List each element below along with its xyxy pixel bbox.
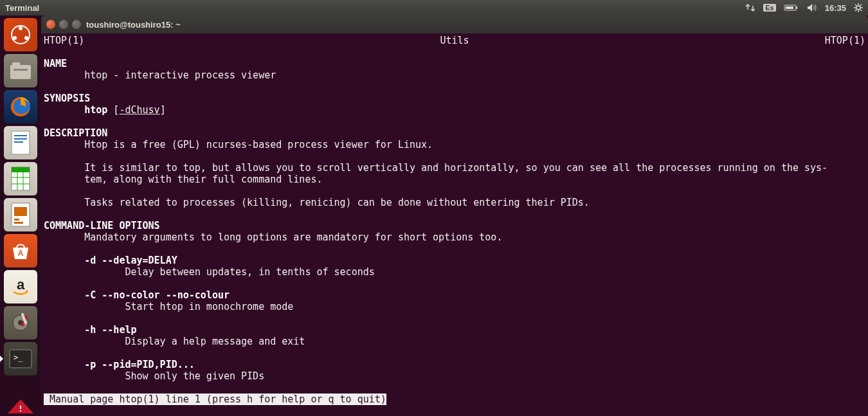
svg-rect-25 — [14, 222, 23, 224]
svg-point-7 — [24, 36, 28, 40]
terminal-window: toushiro@toushiro15: ~ HTOP(1)UtilsHTOP(… — [41, 15, 868, 416]
man-text: Tasks related to processes (killing, ren… — [44, 197, 590, 208]
section-synopsis: SYNOPSIS — [44, 93, 90, 104]
app-menu-label[interactable]: Terminal — [5, 3, 39, 13]
svg-rect-14 — [14, 138, 27, 140]
dash-icon[interactable] — [4, 18, 37, 51]
man-status-line: Manual page htop(1) line 1 (press h for … — [44, 393, 386, 405]
man-header-left: HTOP(1) — [44, 35, 84, 46]
svg-rect-24 — [14, 219, 19, 221]
amazon-icon[interactable]: a — [4, 270, 37, 303]
clock[interactable]: 16:35 — [825, 3, 846, 13]
opt-flag: -d --delay=DELAY — [44, 255, 177, 266]
svg-rect-1 — [796, 6, 797, 9]
section-description: DESCRIPTION — [44, 127, 107, 139]
session-gear-icon[interactable] — [854, 3, 863, 12]
menubar-left: Terminal — [5, 3, 39, 13]
svg-point-5 — [19, 26, 23, 30]
man-text: Delay between updates, in tenths of seco… — [44, 266, 375, 278]
svg-rect-10 — [14, 69, 28, 71]
svg-rect-17 — [12, 167, 30, 172]
man-text: htop - interactive process viewer — [44, 69, 276, 81]
network-icon[interactable] — [745, 3, 755, 12]
man-text: Mandatory arguments to long options are … — [44, 231, 502, 243]
man-header-right: HTOP(1) — [825, 35, 865, 46]
svg-rect-23 — [14, 207, 27, 216]
firefox-icon[interactable] — [4, 90, 37, 123]
settings-icon[interactable] — [4, 306, 37, 339]
svg-point-6 — [13, 36, 17, 40]
svg-text:>_: >_ — [14, 353, 23, 362]
maximize-icon[interactable] — [72, 20, 81, 29]
svg-rect-13 — [14, 135, 27, 136]
battery-icon[interactable] — [784, 4, 799, 12]
menubar-right: Es 16:35 — [745, 3, 863, 13]
keyboard-layout-indicator[interactable]: Es — [763, 4, 775, 12]
writer-icon[interactable] — [4, 126, 37, 159]
alert-icon[interactable] — [8, 399, 33, 413]
section-clo: COMMAND-LINE OPTIONS — [44, 220, 160, 231]
window-title: toushiro@toushiro15: ~ — [86, 20, 181, 30]
man-text: Htop is a free (GPL) ncurses-based proce… — [44, 139, 433, 150]
opt-flag: -p --pid=PID,PID... — [44, 359, 195, 370]
calc-icon[interactable] — [4, 162, 37, 195]
man-text: tem, along with their full command lines… — [44, 174, 322, 185]
software-center-icon[interactable]: A — [4, 234, 37, 267]
man-header-center: Utils — [440, 35, 469, 46]
files-icon[interactable] — [4, 54, 37, 87]
man-text: It is similar to top, but allows you to … — [44, 162, 827, 174]
svg-text:a: a — [17, 276, 25, 293]
close-icon[interactable] — [46, 20, 55, 29]
opt-flag: -C --no-color --no-colour — [44, 289, 230, 301]
minimize-icon[interactable] — [59, 20, 68, 29]
man-text: Show only the given PIDs — [44, 370, 264, 382]
svg-rect-2 — [786, 6, 793, 9]
top-menubar: Terminal Es 16:35 — [0, 0, 868, 15]
sound-icon[interactable] — [807, 3, 817, 12]
svg-rect-9 — [12, 62, 20, 66]
opt-flag: -h --help — [44, 324, 137, 336]
man-text: Display a help message and exit — [44, 336, 305, 347]
terminal-body[interactable]: HTOP(1)UtilsHTOP(1) NAME htop - interact… — [41, 33, 868, 416]
terminal-icon[interactable]: >_ — [4, 342, 37, 375]
impress-icon[interactable] — [4, 198, 37, 231]
unity-launcher: A a >_ — [0, 15, 41, 416]
svg-text:A: A — [18, 249, 24, 258]
man-text: Start htop in monochrome mode — [44, 301, 293, 312]
svg-point-3 — [856, 6, 860, 10]
synopsis-cmd: htop — [84, 104, 107, 116]
svg-rect-8 — [10, 65, 31, 79]
svg-rect-34 — [20, 406, 21, 409]
man-header: HTOP(1)UtilsHTOP(1) — [44, 35, 865, 46]
synopsis-opts: -dChusv — [119, 104, 159, 116]
section-name: NAME — [44, 58, 67, 69]
svg-rect-15 — [14, 141, 23, 143]
window-titlebar[interactable]: toushiro@toushiro15: ~ — [41, 15, 868, 33]
window-buttons — [46, 20, 81, 29]
svg-rect-35 — [20, 410, 21, 411]
